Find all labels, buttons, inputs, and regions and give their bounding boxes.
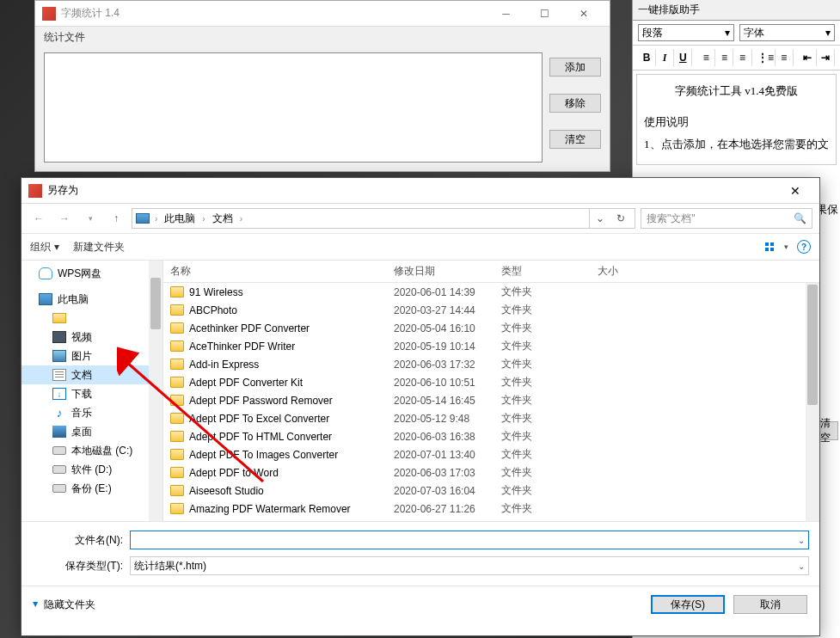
underline-button[interactable]: U xyxy=(674,49,692,66)
folder-icon xyxy=(170,286,184,298)
help-button[interactable]: ? xyxy=(797,240,811,254)
align-center-button[interactable]: ≡ xyxy=(715,49,733,66)
address-bar[interactable]: › 此电脑 › 文档 › ⌄ ↻ xyxy=(132,208,635,229)
paragraph-select[interactable]: 段落▾ xyxy=(638,24,734,41)
font-select[interactable]: 字体▾ xyxy=(739,24,836,41)
addr-dropdown-button[interactable]: ⌄ xyxy=(590,209,610,228)
side-clear-button[interactable]: 清空 xyxy=(819,421,838,440)
file-row[interactable]: Adept PDF Password Remover2020-05-14 16:… xyxy=(163,391,819,409)
dialog-close-button[interactable]: ✕ xyxy=(778,179,812,203)
tree-desktop[interactable]: 桌面 xyxy=(21,422,162,441)
col-header-type[interactable]: 类型 xyxy=(501,264,598,279)
hide-folders-toggle[interactable]: ▸ 隐藏文件夹 xyxy=(34,598,95,612)
folder-icon xyxy=(170,449,184,460)
pc-icon xyxy=(136,213,150,224)
tree-video[interactable]: 视频 xyxy=(21,328,162,347)
download-icon xyxy=(52,388,66,400)
tree-disk-e[interactable]: 备份 (E:) xyxy=(21,479,162,498)
nav-back-button[interactable]: ← xyxy=(28,208,49,229)
folder-icon xyxy=(170,377,184,388)
folder-icon xyxy=(170,413,184,424)
new-folder-button[interactable]: 新建文件夹 xyxy=(73,240,125,255)
minimize-button[interactable]: ─ xyxy=(487,2,525,26)
folder-icon xyxy=(170,359,184,370)
file-row[interactable]: Acethinker PDF Converter2020-05-04 16:10… xyxy=(163,319,819,337)
folder-icon xyxy=(170,322,184,334)
col-header-size[interactable]: 大小 xyxy=(598,264,666,279)
file-view: 名称 修改日期 类型 大小 91 Wireless2020-06-01 14:3… xyxy=(163,261,819,521)
dialog-titlebar[interactable]: 另存为 ✕ xyxy=(21,178,819,204)
nav-recent-button[interactable]: ▾ xyxy=(80,208,101,229)
side-panel-title: 一键排版助手 xyxy=(633,0,840,21)
align-right-button[interactable]: ≡ xyxy=(733,49,751,66)
tree-disk-d[interactable]: 软件 (D:) xyxy=(21,460,162,479)
tree-music[interactable]: ♪音乐 xyxy=(21,403,162,422)
tree-downloads[interactable]: 下载 xyxy=(21,384,162,403)
file-row[interactable]: Add-in Express2020-06-03 17:32文件夹 xyxy=(163,355,819,373)
video-icon xyxy=(52,331,66,343)
folder-icon xyxy=(170,304,184,316)
tree-scrollbar[interactable] xyxy=(149,261,162,521)
file-row[interactable]: Adept PDF To Excel Converter2020-05-12 9… xyxy=(163,409,819,427)
folder-icon xyxy=(170,395,184,406)
clear-button[interactable]: 清空 xyxy=(549,130,601,149)
tree-folder-generic[interactable] xyxy=(21,309,162,328)
filename-input[interactable]: ⌄ xyxy=(130,531,809,549)
file-row[interactable]: Adept PDF to Word2020-06-03 17:03文件夹 xyxy=(163,463,819,482)
chevron-icon: › xyxy=(155,214,157,224)
cancel-button[interactable]: 取消 xyxy=(733,595,807,614)
breadcrumb-root[interactable]: 此电脑 xyxy=(161,210,199,228)
view-options-button[interactable] xyxy=(765,242,776,251)
add-button[interactable]: 添加 xyxy=(549,58,601,77)
usage-heading: 使用说明 xyxy=(644,111,829,133)
file-row[interactable]: ABCPhoto2020-03-27 14:44文件夹 xyxy=(163,301,819,319)
file-row[interactable]: Adept PDF Converter Kit2020-06-10 10:51文… xyxy=(163,373,819,391)
align-left-button[interactable]: ≡ xyxy=(697,49,715,66)
app-titlebar[interactable]: 字频统计 1.4 ─ ☐ ✕ xyxy=(35,1,610,27)
nav-forward-button[interactable]: → xyxy=(54,208,75,229)
bold-button[interactable]: B xyxy=(638,49,656,66)
view-dropdown[interactable]: ▾ xyxy=(784,242,788,251)
indent-button[interactable]: ⇥ xyxy=(817,49,835,66)
save-button[interactable]: 保存(S) xyxy=(651,595,725,614)
disk-icon xyxy=(52,446,66,455)
tree-disk-c[interactable]: 本地磁盘 (C:) xyxy=(21,441,162,460)
file-row[interactable]: Aiseesoft Studio2020-07-03 16:04文件夹 xyxy=(163,482,819,500)
file-row[interactable]: AceThinker PDF Writer2020-05-19 10:14文件夹 xyxy=(163,337,819,355)
tree-pictures[interactable]: 图片 xyxy=(21,347,162,365)
nav-up-button[interactable]: ↑ xyxy=(106,208,126,229)
collapse-icon: ▸ xyxy=(30,602,42,607)
search-input[interactable]: 搜索"文档" 🔍 xyxy=(641,208,812,229)
close-button[interactable]: ✕ xyxy=(564,2,603,26)
content-heading: 字频统计工具 v1.4免费版 xyxy=(644,83,829,99)
folder-tree[interactable]: WPS网盘 此电脑 视频 图片 文档 下载 ♪音乐 桌面 本地磁盘 (C:) 软… xyxy=(21,261,163,521)
main-app-window: 字频统计 1.4 ─ ☐ ✕ 统计文件 添加 移除 清空 xyxy=(34,0,610,172)
disk-icon xyxy=(52,465,66,474)
maximize-button[interactable]: ☐ xyxy=(525,2,564,26)
outdent-button[interactable]: ⇤ xyxy=(799,49,817,66)
file-row[interactable]: 91 Wireless2020-06-01 14:39文件夹 xyxy=(163,283,819,301)
italic-button[interactable]: I xyxy=(656,49,674,66)
organize-menu[interactable]: 组织▾ xyxy=(30,240,59,255)
folder-icon xyxy=(170,503,184,514)
dialog-title: 另存为 xyxy=(47,183,778,198)
search-placeholder: 搜索"文档" xyxy=(647,212,794,226)
file-row[interactable]: Adept PDF To Images Converter2020-07-01 … xyxy=(163,445,819,463)
list-number-button[interactable]: ≡ xyxy=(776,49,794,66)
filetype-select[interactable]: 统计结果(*.htm)⌄ xyxy=(130,556,809,575)
remove-button[interactable]: 移除 xyxy=(549,94,601,113)
file-list-box[interactable] xyxy=(44,52,543,163)
tree-wps[interactable]: WPS网盘 xyxy=(21,264,162,283)
disk-icon xyxy=(52,484,66,493)
menu-stats-file[interactable]: 统计文件 xyxy=(35,27,610,47)
file-scrollbar[interactable] xyxy=(806,283,819,521)
list-bullet-button[interactable]: ⋮≡ xyxy=(757,49,776,66)
tree-documents[interactable]: 文档 xyxy=(21,365,162,384)
file-row[interactable]: Adept PDF To HTML Converter2020-06-03 16… xyxy=(163,427,819,445)
refresh-button[interactable]: ↻ xyxy=(610,209,631,228)
breadcrumb-folder[interactable]: 文档 xyxy=(209,210,236,228)
col-header-date[interactable]: 修改日期 xyxy=(394,264,501,279)
col-header-name[interactable]: 名称 xyxy=(170,264,394,279)
file-row[interactable]: Amazing PDF Watermark Remover2020-06-27 … xyxy=(163,500,819,518)
tree-thispc[interactable]: 此电脑 xyxy=(21,290,162,309)
